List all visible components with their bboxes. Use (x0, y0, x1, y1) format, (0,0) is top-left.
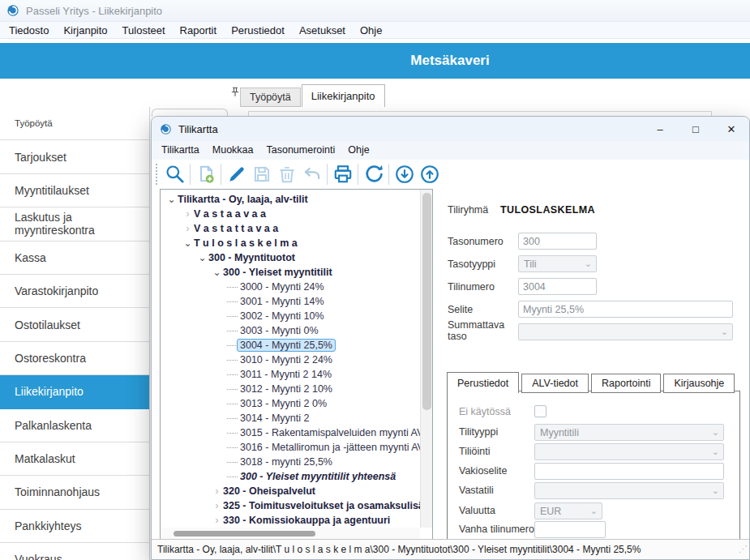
tree-row[interactable]: ⌄ T u l o s l a s k e l m a (161, 236, 420, 250)
sidebar-item[interactable]: Myyntitilaukset (0, 174, 149, 207)
search-icon[interactable] (162, 162, 187, 186)
tree-row[interactable]: › 330 - Komissiokauppa ja agentuuri (161, 513, 420, 528)
maximize-button[interactable]: □ (678, 117, 714, 141)
tilinumero-input[interactable] (518, 278, 597, 295)
vertical-scroll-thumb[interactable] (422, 193, 431, 410)
tree-chevron-icon[interactable]: › (211, 486, 223, 496)
tree-row[interactable]: ⌄ 300 - Myyntituotot (161, 250, 420, 265)
copy-account-icon[interactable] (193, 162, 218, 186)
menu-item[interactable]: Tulosteet (115, 22, 173, 39)
valuutta-select[interactable]: EUR ⌄ (534, 502, 602, 519)
tree-row-label: 300 - Myyntituotot (208, 252, 295, 263)
sidebar-item[interactable]: Vuokraus (0, 543, 149, 560)
tree-row[interactable]: 3001 - Myynti 14% (161, 294, 420, 309)
tree-row[interactable]: 3002 - Myynti 10% (161, 309, 420, 323)
summattava-taso-select[interactable]: ⌄ (518, 323, 733, 340)
edit-icon[interactable] (224, 162, 249, 186)
undo-icon[interactable] (299, 162, 324, 186)
sidebar-item[interactable]: Ostotilaukset (0, 308, 149, 341)
tree-row[interactable]: › V a s t a a v a a (161, 207, 420, 221)
tree-row[interactable]: 3012 - Myynti 2 10% (161, 382, 420, 396)
tree-row[interactable]: ⌄ Tilikartta - Oy, laaja, alv-tilit (161, 192, 420, 207)
tree-chevron-icon[interactable]: ⌄ (211, 267, 223, 277)
tree-vertical-scrollbar[interactable] (420, 190, 432, 528)
sidebar-item[interactable]: Toiminnanohjaus (0, 476, 149, 509)
vanha-tilinumero-input[interactable] (534, 521, 606, 538)
detail-tab[interactable]: Perustiedot (447, 372, 519, 393)
tree-chevron-icon[interactable]: ⌄ (182, 238, 194, 248)
tree-row[interactable]: 300 - Yleiset myyntitilit yhteensä (161, 469, 420, 484)
move-down-icon[interactable] (392, 162, 417, 186)
tasonumero-input[interactable] (518, 233, 597, 250)
tree-row-label: 320 - Oheispalvelut (223, 485, 315, 497)
refresh-icon[interactable] (361, 162, 386, 186)
tree-row[interactable]: 3004 - Myynti 25,5% (161, 338, 420, 353)
sidebar-item[interactable]: Palkanlaskenta (0, 409, 149, 442)
tilityyppi-select[interactable]: Myyntitili ⌄ (534, 424, 724, 441)
move-up-icon[interactable] (417, 162, 442, 186)
menu-item[interactable]: Raportit (173, 22, 225, 39)
detail-tab[interactable]: Raportointi (591, 374, 661, 393)
sidebar-item[interactable]: Kassa (0, 242, 149, 275)
tree-row[interactable]: ⌄ 300 - Yleiset myyntitilit (161, 265, 420, 280)
tree-row[interactable]: 3015 - Rakentamispalveluiden myynti AVL (161, 425, 420, 440)
horizontal-scroll-thumb[interactable] (174, 531, 315, 536)
selite-label: Selite (448, 304, 473, 315)
delete-icon[interactable] (274, 162, 299, 186)
detail-tabs: PerustiedotALV-tiedotRaportointiKirjauso… (447, 372, 737, 393)
dialog-menu-item[interactable]: Muokkaa (206, 141, 260, 160)
tree-row[interactable]: 3003 - Myynti 0% (161, 323, 420, 338)
sidebar-item[interactable]: Tarjoukset (0, 140, 149, 173)
sidebar-item[interactable]: Pankkiyhteys (0, 510, 149, 543)
toolbar-grip[interactable] (156, 164, 160, 185)
tree-horizontal-scrollbar[interactable] (161, 528, 420, 539)
tree-row[interactable]: 3000 - Myynti 24% (161, 280, 420, 294)
vastatili-select[interactable]: ⌄ (534, 482, 724, 499)
menu-item[interactable]: Ohje (353, 22, 389, 39)
tree-row[interactable]: 3011 - Myynti 2 14% (161, 367, 420, 382)
vakioselite-input[interactable] (534, 463, 724, 480)
tree-chevron-icon[interactable]: › (182, 224, 194, 233)
tilioointi-select[interactable]: ⌄ (534, 443, 724, 460)
sidebar-item[interactable]: Ostoreskontra (0, 342, 149, 375)
sidebar-item[interactable]: Liikekirjanpito (0, 375, 149, 408)
dialog-menu-item[interactable]: Tasonumerointi (260, 141, 342, 160)
view-tab[interactable]: Työpöytä (240, 88, 301, 107)
menu-item[interactable]: Perustiedot (224, 22, 292, 39)
tree-row[interactable]: › 325 - Toimitusveloitukset ja osamaksul… (161, 498, 420, 513)
tree-chevron-icon[interactable]: ⌄ (165, 195, 178, 204)
dialog-menu-item[interactable]: Ohje (341, 141, 375, 160)
view-tab[interactable]: Liikekirjanpito (302, 84, 385, 107)
tasotyyppi-select[interactable]: Tili ⌄ (518, 255, 597, 272)
minimize-button[interactable]: – (642, 117, 678, 141)
tree-row[interactable]: 3014 - Myynti 2 (161, 411, 420, 425)
sidebar-item[interactable]: Matkalaskut (0, 442, 149, 476)
tree-row[interactable]: › V a s t a t t a v a a (161, 221, 420, 236)
detail-tab[interactable]: Kirjausohje (663, 374, 735, 393)
ei-kaytossa-checkbox[interactable] (534, 405, 546, 417)
menu-item[interactable]: Tiedosto (2, 22, 56, 39)
detail-tab[interactable]: ALV-tiedot (521, 374, 589, 393)
tree-chevron-icon[interactable]: › (211, 501, 223, 511)
sidebar-item[interactable]: Laskutus ja myyntireskontra (0, 207, 149, 241)
save-icon[interactable] (249, 162, 274, 186)
print-icon[interactable] (330, 162, 355, 186)
tree-row[interactable]: 3013 - Myynti 2 0% (161, 396, 420, 411)
resize-grip-icon[interactable]: ⋰ (739, 539, 748, 558)
close-button[interactable]: ✕ (714, 117, 749, 141)
tree-chevron-icon[interactable]: › (182, 209, 194, 219)
tree-row[interactable]: 3010 - Myynti 2 24% (161, 353, 420, 367)
dialog-toolbar (152, 160, 749, 189)
tree-row[interactable]: 3016 - Metalliromun ja -jätteen myynti A… (161, 440, 420, 455)
tree-row[interactable]: › 320 - Oheispalvelut (161, 484, 420, 498)
tree-chevron-icon[interactable]: ⌄ (196, 253, 208, 263)
sidebar-item[interactable]: Työpöytä (0, 107, 149, 140)
selite-input[interactable] (518, 301, 733, 318)
tree-row[interactable]: 3018 - myynti 25,5% (161, 455, 420, 469)
tiliryhma-value: TULOSLASKELMA (500, 204, 595, 216)
menu-item[interactable]: Kirjanpito (56, 22, 114, 39)
menu-item[interactable]: Asetukset (292, 22, 353, 39)
tree-chevron-icon[interactable]: › (211, 515, 223, 525)
sidebar-item[interactable]: Varastokirjanpito (0, 275, 149, 308)
dialog-menu-item[interactable]: Tilikartta (155, 141, 206, 160)
